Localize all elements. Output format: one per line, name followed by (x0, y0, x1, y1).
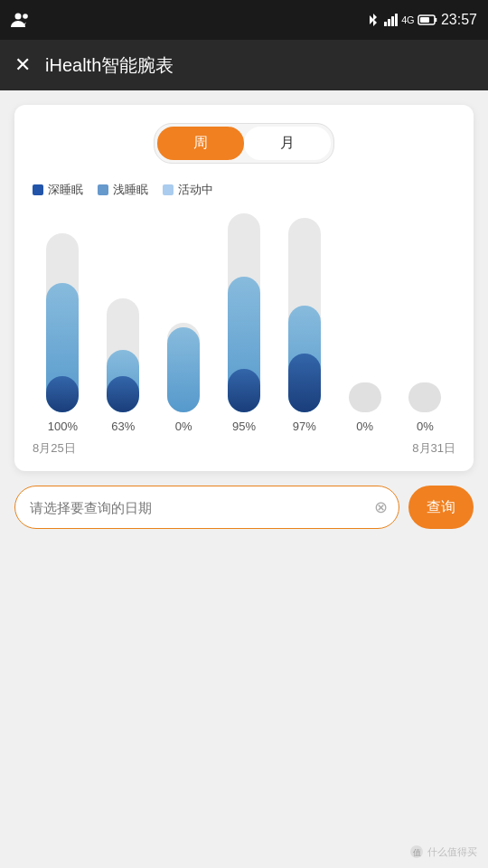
search-row: ⊗ 查询 (14, 486, 474, 529)
bar-group: 100% (39, 233, 86, 433)
people-icon (11, 12, 31, 28)
date-search-input[interactable] (30, 500, 362, 515)
bar-light (228, 277, 260, 412)
legend-deep-label: 深睡眠 (48, 182, 83, 198)
bar-group: 63% (99, 298, 146, 433)
query-button[interactable]: 查询 (408, 486, 474, 529)
status-time: 23:57 (441, 12, 477, 28)
main-content: 周 月 深睡眠 浅睡眠 活动中 (0, 90, 488, 868)
bar-outer (46, 233, 79, 412)
svg-rect-4 (391, 16, 394, 26)
svg-rect-2 (384, 22, 387, 26)
svg-rect-7 (420, 17, 429, 23)
bar-outer (167, 323, 200, 412)
bar-light (46, 283, 79, 412)
bar-percentage: 0% (417, 420, 434, 433)
legend-dot-light (98, 184, 108, 195)
chart-legend: 深睡眠 浅睡眠 活动中 (29, 182, 459, 198)
close-button[interactable]: ✕ (14, 53, 31, 77)
toggle-container: 周 月 (29, 123, 459, 164)
bar-percentage: 95% (232, 420, 256, 433)
bar-percentage: 63% (111, 420, 135, 433)
bar-group: 0% (342, 382, 389, 433)
page-title: iHealth智能腕表 (45, 53, 174, 78)
title-bar: ✕ iHealth智能腕表 (0, 40, 488, 90)
legend-deep-sleep: 深睡眠 (33, 182, 83, 198)
network-label: 4G (401, 14, 414, 25)
bar-outer (288, 218, 321, 412)
status-bar-right: 4G 23:57 (367, 12, 477, 28)
svg-point-1 (23, 14, 28, 19)
bar-outer (349, 382, 381, 412)
legend-active: 活动中 (163, 182, 213, 198)
bar-light (167, 327, 200, 412)
svg-text:值: 值 (413, 848, 421, 857)
chart-area: 100% 63% 0% 95% (29, 216, 459, 457)
bar-percentage: 100% (48, 420, 78, 433)
bar-light (288, 306, 321, 412)
bar-outer (228, 213, 260, 412)
legend-active-label: 活动中 (178, 182, 213, 198)
bar-light (107, 350, 139, 412)
status-bar-left (11, 12, 31, 28)
date-labels: 8月25日 8月31日 (29, 433, 459, 457)
bars-container: 100% 63% 0% 95% (29, 216, 459, 433)
watermark-icon: 值 (409, 844, 424, 859)
legend-dot-active (163, 184, 174, 195)
bar-deep (228, 369, 260, 412)
bar-percentage: 0% (175, 420, 192, 433)
toggle-group: 周 月 (154, 123, 334, 164)
bar-group: 0% (401, 382, 448, 433)
battery-icon (418, 14, 437, 26)
bluetooth-icon (367, 12, 380, 28)
bar-percentage: 0% (356, 420, 373, 433)
search-input-wrapper: ⊗ (14, 486, 399, 529)
toggle-week[interactable]: 周 (157, 127, 244, 160)
status-bar: 4G 23:57 (0, 0, 488, 40)
end-date: 8月31日 (412, 440, 455, 457)
chart-card: 周 月 深睡眠 浅睡眠 活动中 (14, 105, 474, 471)
legend-light-label: 浅睡眠 (113, 182, 148, 198)
bar-outer (408, 382, 441, 412)
bar-deep (107, 376, 139, 412)
bar-group: 97% (281, 218, 328, 433)
bar-group: 0% (160, 323, 207, 433)
svg-rect-5 (395, 14, 398, 26)
bar-outer (107, 298, 139, 412)
watermark: 值 什么值得买 (409, 844, 477, 859)
bar-percentage: 97% (293, 420, 316, 433)
bar-group: 95% (221, 213, 267, 433)
legend-dot-deep (33, 184, 43, 195)
clear-icon[interactable]: ⊗ (374, 497, 388, 517)
svg-point-0 (15, 14, 22, 20)
svg-rect-3 (388, 19, 390, 26)
legend-light-sleep: 浅睡眠 (98, 182, 148, 198)
start-date: 8月25日 (33, 440, 76, 457)
signal-icon (383, 13, 398, 27)
toggle-month[interactable]: 月 (244, 127, 331, 160)
bar-deep (46, 376, 79, 412)
bar-deep (288, 354, 321, 412)
watermark-text: 什么值得买 (427, 845, 477, 859)
